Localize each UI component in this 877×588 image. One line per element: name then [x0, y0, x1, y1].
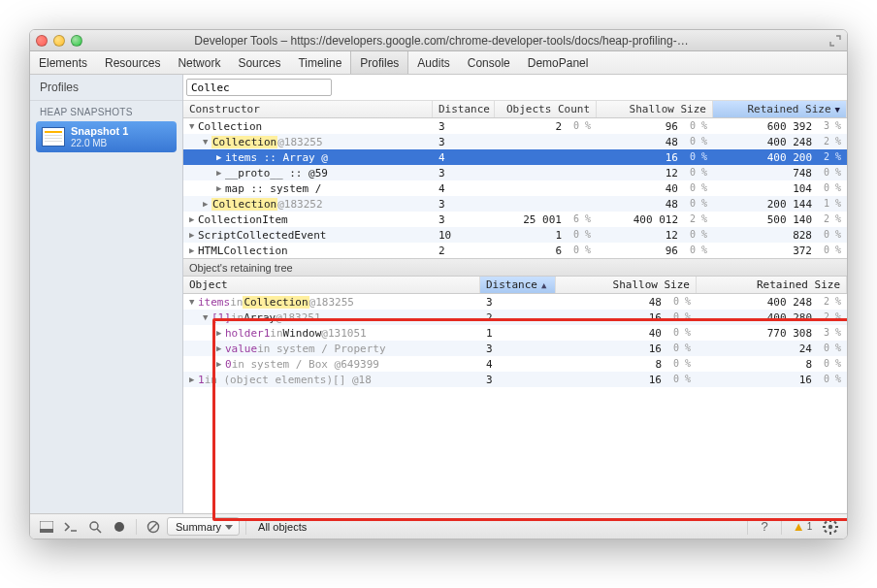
help-icon[interactable]: ?	[754, 517, 775, 537]
column-header[interactable]: Object	[183, 277, 480, 293]
svg-rect-15	[833, 520, 837, 524]
main-area: ConstructorDistanceObjects CountShallow …	[183, 75, 847, 513]
column-header[interactable]: Distance▲	[480, 277, 556, 293]
column-header[interactable]: Shallow Size	[597, 101, 713, 117]
sidebar-section-label: HEAP SNAPSHOTS	[30, 101, 182, 121]
table-row[interactable]: ▶Collection @1832523480 %200 1441 %	[183, 196, 847, 212]
table-row[interactable]: ▶__proto__ :: @593120 %7480 %	[183, 165, 847, 180]
table-row[interactable]: ▶map :: system /4400 %1040 %	[183, 180, 847, 196]
table-row[interactable]: ▼Collection320 %960 %600 3923 %	[183, 118, 847, 134]
table-row[interactable]: ▶HTMLCollection260 %960 %3720 %	[183, 243, 847, 258]
svg-rect-13	[824, 520, 828, 524]
table-row[interactable]: ▶1 in (object elements)[] @183160 %160 %	[183, 372, 847, 387]
svg-rect-1	[40, 529, 53, 533]
table-row[interactable]: ▼Collection @1832553480 %400 2482 %	[183, 134, 847, 149]
view-select-label: Summary	[176, 521, 221, 533]
profiles-sidebar: Profiles HEAP SNAPSHOTS Snapshot 1 22.0 …	[30, 75, 183, 513]
svg-point-3	[90, 522, 98, 530]
tab-console[interactable]: Console	[459, 51, 519, 74]
column-header[interactable]: Retained Size	[697, 277, 847, 293]
separator	[136, 519, 137, 535]
retaining-tree-title: Object's retaining tree	[183, 258, 847, 277]
table-row[interactable]: ▶0 in system / Box @649399480 %80 %	[183, 356, 847, 372]
search-icon[interactable]	[84, 517, 106, 537]
view-select[interactable]: Summary	[167, 517, 240, 536]
svg-rect-16	[824, 529, 828, 533]
table-row[interactable]: ▶holder1 in Window @1310511400 %770 3083…	[183, 325, 847, 341]
tab-sources[interactable]: Sources	[229, 51, 289, 74]
titlebar: Developer Tools – https://developers.goo…	[30, 30, 847, 51]
svg-line-4	[97, 529, 101, 533]
filter-select[interactable]: All objects	[252, 521, 312, 533]
expand-icon[interactable]	[829, 35, 841, 47]
column-header[interactable]: Shallow Size	[556, 277, 697, 293]
svg-rect-14	[833, 529, 837, 533]
column-header[interactable]: Distance	[433, 101, 495, 117]
content-area: Profiles HEAP SNAPSHOTS Snapshot 1 22.0 …	[30, 75, 847, 513]
minimize-icon[interactable]	[53, 35, 65, 47]
console-icon[interactable]	[60, 517, 81, 537]
dock-icon[interactable]	[36, 517, 57, 537]
snapshot-item[interactable]: Snapshot 1 22.0 MB	[36, 121, 177, 152]
snapshot-name: Snapshot 1	[71, 125, 128, 138]
column-header[interactable]: Constructor	[183, 101, 433, 117]
record-icon[interactable]	[109, 517, 130, 537]
warnings-count: 1	[807, 521, 813, 532]
column-header[interactable]: Retained Size▼	[713, 101, 847, 117]
warnings-icon[interactable]: ▲ 1	[788, 517, 817, 537]
table-row[interactable]: ▼[1] in Array @1832512160 %400 2802 %	[183, 310, 847, 325]
svg-rect-12	[835, 526, 838, 528]
retaining-grid-rows: ▼items in Collection @1832553480 %400 24…	[183, 294, 847, 513]
separator	[781, 519, 782, 535]
constructors-grid-header: ConstructorDistanceObjects CountShallow …	[183, 101, 847, 118]
retaining-grid-header: ObjectDistance▲Shallow SizeRetained Size	[183, 277, 847, 294]
table-row[interactable]: ▶value in system / Property3160 %240 %	[183, 341, 847, 356]
table-row[interactable]: ▶ScriptCollectedEvent1010 %120 %8280 %	[183, 227, 847, 243]
zoom-icon[interactable]	[71, 35, 82, 47]
window-title: Developer Tools – https://developers.goo…	[88, 34, 824, 48]
filter-row	[183, 75, 847, 101]
svg-rect-9	[829, 519, 831, 522]
tab-audits[interactable]: Audits	[408, 51, 458, 74]
svg-rect-11	[823, 526, 826, 528]
svg-line-7	[149, 523, 157, 531]
tab-network[interactable]: Network	[169, 51, 229, 74]
snapshot-size: 22.0 MB	[71, 138, 128, 149]
table-row[interactable]: ▶CollectionItem325 0016 %400 0122 %500 1…	[183, 212, 847, 227]
panel-tabs: ElementsResourcesNetworkSourcesTimelineP…	[30, 51, 847, 75]
snapshot-icon	[42, 127, 65, 147]
constructor-filter-input[interactable]	[186, 79, 332, 96]
sidebar-header: Profiles	[30, 75, 182, 101]
clear-icon[interactable]	[143, 517, 164, 537]
tab-profiles[interactable]: Profiles	[350, 51, 408, 74]
close-icon[interactable]	[36, 35, 48, 47]
separator	[245, 519, 246, 535]
svg-point-8	[828, 524, 832, 528]
tab-elements[interactable]: Elements	[30, 51, 96, 74]
tab-timeline[interactable]: Timeline	[289, 51, 350, 74]
devtools-window: Developer Tools – https://developers.goo…	[29, 29, 848, 539]
table-row[interactable]: ▼items in Collection @1832553480 %400 24…	[183, 294, 847, 310]
tab-resources[interactable]: Resources	[96, 51, 169, 74]
separator	[747, 519, 748, 535]
tab-demopanel[interactable]: DemoPanel	[519, 51, 598, 74]
constructors-grid-rows: ▼Collection320 %960 %600 3923 %▼Collecti…	[183, 118, 847, 258]
svg-point-5	[114, 522, 124, 532]
svg-rect-10	[829, 532, 831, 535]
gear-icon[interactable]	[820, 517, 841, 537]
statusbar: Summary All objects ? ▲ 1	[30, 513, 847, 539]
table-row[interactable]: ▶items :: Array @4160 %400 2002 %	[183, 149, 847, 165]
column-header[interactable]: Objects Count	[495, 101, 597, 117]
